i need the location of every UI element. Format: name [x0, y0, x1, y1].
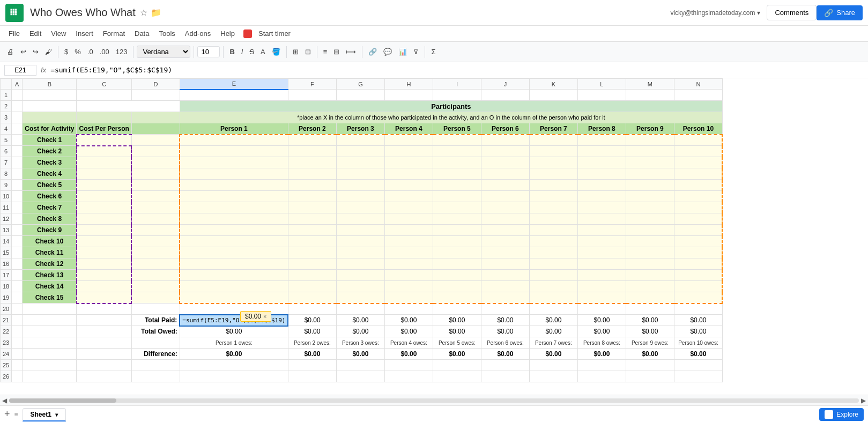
cell-G16[interactable] — [336, 258, 384, 270]
decimal-decrease-button[interactable]: .0 — [85, 46, 96, 58]
cell-C3[interactable] — [77, 112, 131, 123]
cell-J14[interactable] — [481, 236, 529, 247]
cell-F13[interactable] — [288, 225, 336, 236]
cell-G20[interactable] — [336, 304, 384, 315]
cell-E18[interactable] — [180, 281, 288, 292]
col-header-I[interactable]: I — [433, 79, 481, 90]
cell-K16[interactable] — [529, 258, 577, 270]
cell-I18[interactable] — [433, 281, 481, 292]
chart-button[interactable]: 📊 — [396, 46, 410, 58]
cell-C8[interactable] — [77, 168, 131, 180]
cell-J20[interactable] — [481, 304, 529, 315]
cell-J12[interactable] — [481, 213, 529, 225]
cell-K26[interactable] — [529, 371, 577, 382]
row-header-3[interactable]: 3 — [1, 112, 12, 123]
row-header-6[interactable]: 6 — [1, 146, 12, 157]
cell-N12[interactable] — [674, 213, 722, 225]
cell-B3[interactable] — [23, 112, 77, 123]
currency-button[interactable]: $ — [62, 46, 71, 58]
row-header-2[interactable]: 2 — [1, 101, 12, 112]
cell-I26[interactable] — [433, 371, 481, 382]
cell-D1[interactable] — [131, 90, 180, 101]
cell-C16[interactable] — [77, 258, 131, 270]
row-header-13[interactable]: 13 — [1, 225, 12, 236]
print-button[interactable]: 🖨 — [4, 46, 17, 58]
cell-C2[interactable] — [77, 101, 131, 112]
horizontal-scrollbar[interactable] — [9, 398, 859, 403]
cell-B26[interactable] — [23, 371, 77, 382]
cell-J5[interactable] — [481, 135, 529, 146]
cell-E1[interactable] — [180, 90, 288, 101]
cell-E5[interactable] — [180, 135, 288, 146]
cell-J11[interactable] — [481, 202, 529, 213]
cell-K1[interactable] — [529, 90, 577, 101]
filter-button[interactable]: ⊽ — [411, 46, 421, 58]
cell-A7[interactable] — [12, 157, 23, 168]
cell-G26[interactable] — [336, 371, 384, 382]
cell-E11[interactable] — [180, 202, 288, 213]
cell-C21[interactable] — [77, 315, 131, 326]
cell-A21[interactable] — [12, 315, 23, 326]
cell-I11[interactable] — [433, 202, 481, 213]
cell-M24[interactable]: $0.00 — [626, 349, 674, 360]
cell-M25[interactable] — [626, 360, 674, 371]
merge-button[interactable]: ⊡ — [302, 46, 314, 58]
cell-B2[interactable] — [23, 101, 77, 112]
row-header-9[interactable]: 9 — [1, 180, 12, 191]
cell-D14[interactable] — [131, 236, 180, 247]
cell-E24[interactable]: $0.00 — [180, 349, 288, 360]
col-header-F[interactable]: F — [288, 79, 336, 90]
cell-M11[interactable] — [626, 202, 674, 213]
cell-H26[interactable] — [384, 371, 433, 382]
cell-J17[interactable] — [481, 270, 529, 281]
cell-C9[interactable] — [77, 180, 131, 191]
sum-button[interactable]: Σ — [428, 46, 438, 58]
cell-J15[interactable] — [481, 247, 529, 258]
cell-L13[interactable] — [577, 225, 626, 236]
cell-H7[interactable] — [384, 157, 433, 168]
row-header-21[interactable]: 21 — [1, 315, 12, 326]
cell-C13[interactable] — [77, 225, 131, 236]
formula-input[interactable] — [50, 66, 864, 74]
cell-N9[interactable] — [674, 180, 722, 191]
wrap-button[interactable]: ⟼ — [343, 46, 359, 58]
sheet-container[interactable]: A B C D E F G H I J K L M N 1 — [0, 78, 868, 395]
cell-L10[interactable] — [577, 191, 626, 202]
cell-K6[interactable] — [529, 146, 577, 157]
cell-I19[interactable] — [433, 292, 481, 304]
cell-M1[interactable] — [626, 90, 674, 101]
cell-I24[interactable]: $0.00 — [433, 349, 481, 360]
cell-A25[interactable] — [12, 360, 23, 371]
col-header-J[interactable]: J — [481, 79, 529, 90]
cell-E26[interactable] — [180, 371, 288, 382]
cell-I13[interactable] — [433, 225, 481, 236]
sheet-list-button[interactable]: ≡ — [14, 411, 18, 418]
cell-L12[interactable] — [577, 213, 626, 225]
cell-F10[interactable] — [288, 191, 336, 202]
app-icon[interactable] — [5, 4, 24, 22]
cell-M22[interactable]: $0.00 — [626, 326, 674, 337]
row-header-5[interactable]: 5 — [1, 135, 12, 146]
cell-D11[interactable] — [131, 202, 180, 213]
menu-insert[interactable]: Insert — [71, 28, 98, 39]
borders-button[interactable]: ⊞ — [290, 46, 301, 58]
cell-C17[interactable] — [77, 270, 131, 281]
col-header-G[interactable]: G — [336, 79, 384, 90]
share-button[interactable]: 🔗 Share — [817, 5, 863, 20]
cell-C7[interactable] — [77, 157, 131, 168]
undo-button[interactable]: ↩ — [18, 46, 29, 58]
cell-A24[interactable] — [12, 349, 23, 360]
menu-addons[interactable]: Add-ons — [181, 28, 215, 39]
cell-M9[interactable] — [626, 180, 674, 191]
cell-N24[interactable]: $0.00 — [674, 349, 722, 360]
cell-E17[interactable] — [180, 270, 288, 281]
cell-I5[interactable] — [433, 135, 481, 146]
cell-F11[interactable] — [288, 202, 336, 213]
cell-B22[interactable] — [23, 326, 77, 337]
cell-A3[interactable] — [12, 112, 23, 123]
row-header-1[interactable]: 1 — [1, 90, 12, 101]
cell-H6[interactable] — [384, 146, 433, 157]
cell-C1[interactable] — [77, 90, 131, 101]
cell-E16[interactable] — [180, 258, 288, 270]
cell-L18[interactable] — [577, 281, 626, 292]
